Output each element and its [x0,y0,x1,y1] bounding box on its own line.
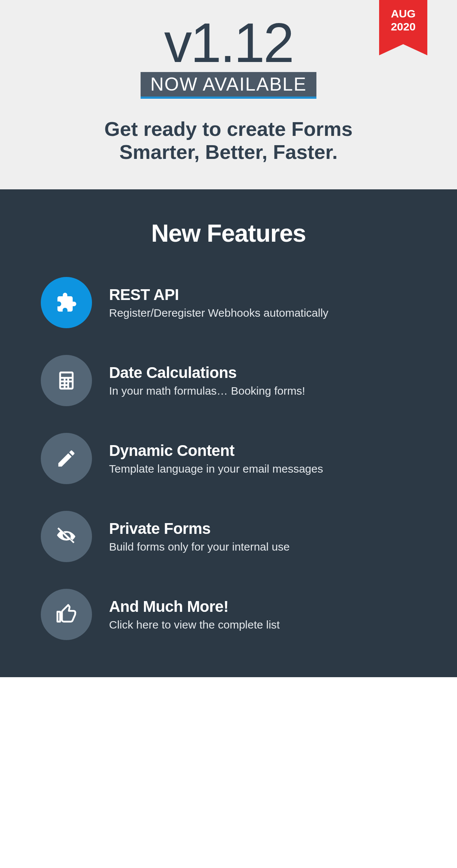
calculator-icon [41,355,92,406]
features-section: New Features REST API Register/Deregiste… [0,189,457,677]
feature-desc: Template language in your email messages [109,463,323,475]
feature-rest-api: REST API Register/Deregister Webhooks au… [41,277,416,328]
date-ribbon: AUG 2020 [379,0,427,44]
feature-date-calculations: Date Calculations In your math formulas…… [41,355,416,406]
feature-desc: In your math formulas… Booking forms! [109,385,305,397]
now-available-badge: NOW AVAILABLE [141,72,316,99]
feature-dynamic-content: Dynamic Content Template language in you… [41,433,416,484]
feature-title: Date Calculations [109,364,305,382]
feature-title: Private Forms [109,520,290,538]
feature-and-much-more[interactable]: And Much More! Click here to view the co… [41,589,416,640]
version-number: v1.12 [15,15,442,71]
feature-text: Date Calculations In your math formulas…… [109,364,305,397]
feature-title: And Much More! [109,598,280,616]
eye-slash-icon [41,511,92,562]
feature-desc: Build forms only for your internal use [109,541,290,553]
feature-text: And Much More! Click here to view the co… [109,598,280,631]
tagline-line1: Get ready to create Forms [104,118,352,140]
features-title: New Features [41,219,416,247]
feature-desc: Register/Deregister Webhooks automatical… [109,307,328,319]
feature-text: REST API Register/Deregister Webhooks au… [109,286,328,319]
feature-title: Dynamic Content [109,442,323,460]
feature-desc[interactable]: Click here to view the complete list [109,619,280,631]
tagline: Get ready to create Forms Smarter, Bette… [15,117,442,163]
hero-section: AUG 2020 v1.12 NOW AVAILABLE Get ready t… [0,0,457,189]
feature-title: REST API [109,286,328,304]
puzzle-icon [41,277,92,328]
ribbon-month: AUG [379,7,427,20]
feature-private-forms: Private Forms Build forms only for your … [41,511,416,562]
thumbs-up-icon [41,589,92,640]
feature-text: Private Forms Build forms only for your … [109,520,290,553]
pencil-icon [41,433,92,484]
feature-text: Dynamic Content Template language in you… [109,442,323,475]
ribbon-year: 2020 [379,20,427,33]
tagline-line2: Smarter, Better, Faster. [119,141,338,163]
